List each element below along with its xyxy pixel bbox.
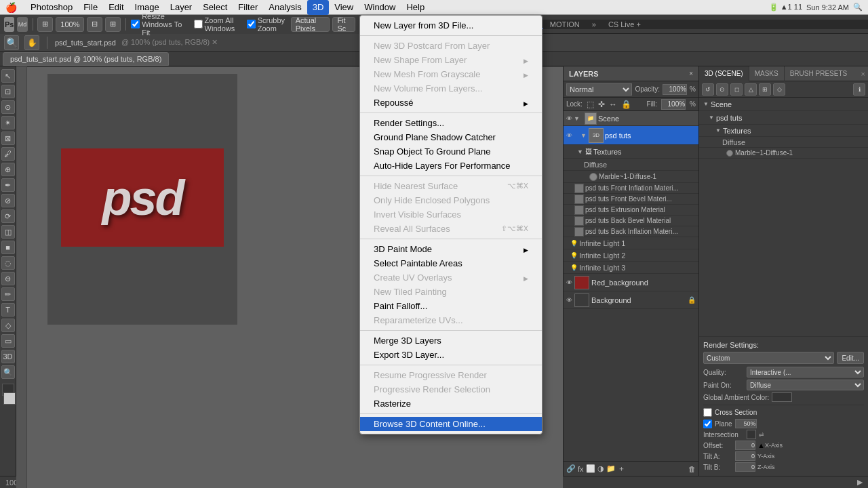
blur-tool[interactable]: ◌ [1,256,15,270]
menu-photoshop[interactable]: Photoshop [25,0,78,15]
arrange-btn[interactable]: ⊞ [105,17,121,32]
scene-tree-textures[interactable]: ▼ Textures [699,125,868,137]
magic-wand-tool[interactable]: ✴ [1,116,15,129]
textures-tree-expand[interactable]: ▼ [715,127,721,134]
layer-material-5[interactable]: psd tuts Back Inflation Materi... [564,226,698,237]
zoom-all-check[interactable]: Zoom All Windows [194,16,244,33]
ambient-color-swatch[interactable] [772,392,792,402]
background-color[interactable] [3,392,16,405]
opacity-input[interactable] [663,84,687,95]
menu-browse-3d-content[interactable]: Browse 3D Content Online... [360,417,542,431]
path-tool[interactable]: ◇ [1,319,15,332]
lock-transparent-icon[interactable]: ⬚ [587,100,594,109]
layer-marble[interactable]: Marble~1-Diffuse-1 [564,171,698,183]
ws-cslive[interactable]: CS Live + [603,20,646,28]
menu-file[interactable]: File [78,0,103,15]
blend-mode-select[interactable]: Normal [566,83,632,96]
psd-tuts-eye-icon[interactable]: 👁 [566,132,572,139]
history-tool[interactable]: ⟳ [1,209,15,223]
scrubby-zoom-check[interactable]: Scrubby Zoom [247,16,288,33]
bg-eye-icon[interactable]: 👁 [566,297,572,304]
actual-pixels-btn[interactable]: Actual Pixels [291,17,330,32]
scene-expand-icon[interactable]: ▼ [574,115,583,122]
menu-select-paintable[interactable]: Select Paintable Areas [360,256,542,270]
ws-motion[interactable]: MOTION [545,20,585,28]
render-edit-btn[interactable]: Edit... [837,352,864,364]
layout-btn[interactable]: ⊟ [87,17,102,32]
menu-search-icon[interactable]: 🔍 [853,3,863,12]
rotate-icon[interactable]: ↺ [702,83,714,96]
clone-tool[interactable]: ⊘ [1,194,15,207]
move-tool[interactable]: ↖ [1,69,15,83]
lock-position-icon[interactable]: ↔ [609,100,617,109]
menu-snap-object[interactable]: Snap Object To Ground Plane [360,144,542,159]
menu-repoussee[interactable]: Repoussé [360,96,542,110]
layer-red-background[interactable]: 👁 Red_background [564,274,698,291]
fill-input[interactable] [661,99,686,110]
new-layer-btn[interactable]: ＋ [618,464,625,474]
menu-auto-hide-layers[interactable]: Auto-Hide Layers For Performance [360,159,542,173]
menu-filter[interactable]: Filter [233,0,263,15]
menu-analysis[interactable]: Analysis [263,0,307,15]
scene-tree-expand[interactable]: ▼ [703,101,709,107]
type-tool[interactable]: T [1,303,15,317]
marquee-tool[interactable]: ⊡ [1,85,15,98]
tab-masks[interactable]: MASKS [749,66,785,81]
adjustment-layer-btn[interactable]: ◑ [597,464,604,473]
zoom-input[interactable]: 100% [56,17,84,32]
layer-inf-light-3[interactable]: 💡 Infinite Light 3 [564,262,698,274]
tab-3d-scene[interactable]: 3D (SCENE) [699,66,749,81]
intersection-color[interactable] [747,430,756,439]
menu-help[interactable]: Help [401,0,430,15]
zoom-tool[interactable]: 🔍 [1,365,15,379]
3d-icon-3[interactable]: ◻ [730,83,743,96]
menu-ground-plane[interactable]: Ground Plane Shadow Catcher [360,130,542,144]
paint-on-select[interactable]: Diffuse [747,380,864,390]
menu-merge-3d-layers[interactable]: Merge 3D Layers [360,333,542,348]
offset-spinner-up[interactable]: ▲ [757,441,763,449]
resize-windows-check[interactable]: Resize Windows To Fit [131,12,191,37]
offset-input[interactable] [735,441,755,450]
zoom-tool-icon[interactable]: 🔍 [4,35,19,50]
3d-tool[interactable]: 3D [1,350,15,363]
render-preset-select[interactable]: Custom [703,352,834,364]
brush-tool[interactable]: ✒ [1,178,15,192]
view-mode-btn[interactable]: ⊞ [37,17,53,32]
menu-view[interactable]: View [329,0,359,15]
crop-tool[interactable]: ⊠ [1,131,15,145]
psd-tuts-expand[interactable]: ▼ [580,132,587,139]
lasso-tool[interactable]: ⊙ [1,100,15,114]
menu-select[interactable]: Select [197,0,233,15]
scene-tree-scene[interactable]: ▼ Scene [699,98,868,111]
lock-all-icon[interactable]: 🔒 [621,100,631,109]
menu-3d[interactable]: 3D [307,0,330,15]
ws-more[interactable]: » [587,20,601,28]
menu-3d-paint-mode[interactable]: 3D Paint Mode [360,242,542,256]
3d-icon-5[interactable]: ⊞ [759,83,771,96]
quality-select[interactable]: Interactive (... [747,367,864,378]
3d-icon-4[interactable]: △ [745,83,757,96]
tilt-b-input[interactable] [735,462,755,472]
tilt-a-input[interactable] [735,451,755,461]
tab-brush-presets[interactable]: BRUSH PRESETS [785,66,852,81]
menu-rasterize[interactable]: Rasterize [360,396,542,411]
intersection-swap[interactable]: ⇄ [759,431,764,438]
pen-tool[interactable]: ✏ [1,287,15,301]
3d-icon-6[interactable]: ◇ [773,83,785,96]
fit-screen-btn[interactable]: Fit Sc [332,17,355,32]
menu-render-settings[interactable]: Render Settings... [360,116,542,130]
link-layers-btn[interactable]: 🔗 [566,464,576,473]
delete-layer-btn[interactable]: 🗑 [688,465,696,473]
layer-material-4[interactable]: psd tuts Back Bevel Material [564,216,698,226]
scene-panel-close[interactable]: × [859,70,868,78]
scene-tree-diffuse[interactable]: Diffuse [699,137,868,148]
apple-menu[interactable]: 🍎 [5,2,17,13]
layer-material-1[interactable]: psd tuts Front Inflation Materi... [564,183,698,194]
eyedropper-tool[interactable]: 🖋 [1,147,15,161]
layer-scene[interactable]: 👁 ▼ 📁 Scene [564,111,698,126]
menu-export-3d-layer[interactable]: Export 3D Layer... [360,348,542,362]
healing-tool[interactable]: ⊕ [1,163,15,176]
layer-textures[interactable]: ▼ 🖼 Textures [564,145,698,159]
layer-mask-btn[interactable]: ⬜ [586,464,595,473]
shape-tool[interactable]: ▭ [1,334,15,348]
